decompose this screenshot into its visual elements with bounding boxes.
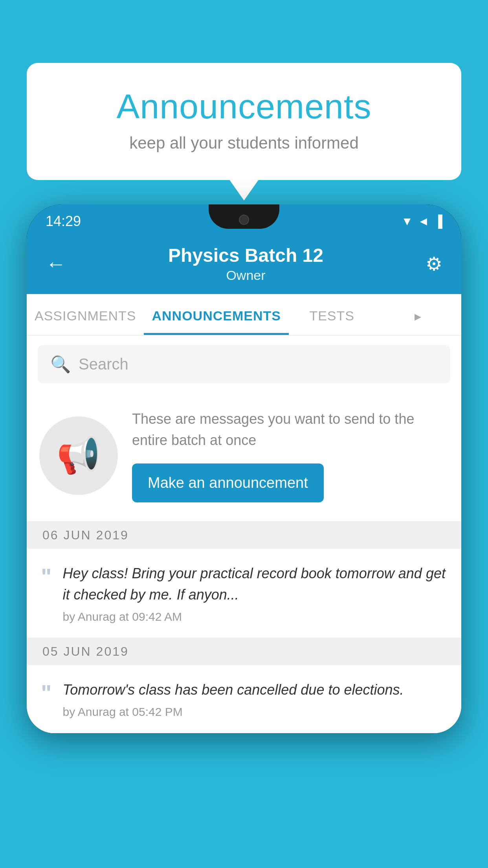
wifi-icon: ▼ (401, 215, 413, 228)
header-title: Physics Batch 12 (168, 245, 323, 266)
status-time: 14:29 (46, 213, 81, 230)
empty-state-description: These are messages you want to send to t… (132, 408, 449, 451)
empty-icon-circle: 📢 (39, 416, 118, 495)
date-separator-2: 05 JUN 2019 (27, 638, 461, 665)
tab-announcements[interactable]: ANNOUNCEMENTS (144, 294, 288, 335)
announcement-content-1: Hey class! Bring your practical record b… (63, 563, 448, 623)
quote-icon-2: " (41, 682, 52, 704)
status-icons: ▼ ◄ ▐ (401, 215, 442, 228)
search-icon: 🔍 (50, 355, 71, 374)
front-camera (239, 215, 249, 225)
announcement-text-2: Tomorrow's class has been cancelled due … (63, 679, 448, 701)
date-label-1: 06 JUN 2019 (42, 528, 129, 542)
bubble-subtitle: keep all your students informed (58, 134, 430, 153)
tab-bar: ASSIGNMENTS ANNOUNCEMENTS TESTS ▸ (27, 294, 461, 336)
phone-notch (209, 204, 279, 229)
signal-icon: ◄ (418, 215, 429, 228)
phone-frame: 14:29 ▼ ◄ ▐ ← Physics Batch 12 Owner ⚙ A… (27, 204, 461, 733)
announcement-meta-1: by Anurag at 09:42 AM (63, 610, 448, 623)
app-header: ← Physics Batch 12 Owner ⚙ (27, 235, 461, 294)
date-separator-1: 06 JUN 2019 (27, 522, 461, 549)
announcement-meta-2: by Anurag at 05:42 PM (63, 705, 448, 719)
make-announcement-button[interactable]: Make an announcement (132, 463, 324, 502)
search-container: 🔍 Search (27, 336, 461, 393)
phone-wrapper: 14:29 ▼ ◄ ▐ ← Physics Batch 12 Owner ⚙ A… (27, 204, 461, 868)
header-center: Physics Batch 12 Owner (168, 245, 323, 283)
tab-more[interactable]: ▸ (375, 294, 461, 335)
empty-state: 📢 These are messages you want to send to… (27, 393, 461, 522)
announcement-item-1[interactable]: " Hey class! Bring your practical record… (27, 549, 461, 638)
settings-button[interactable]: ⚙ (426, 253, 442, 275)
search-box[interactable]: 🔍 Search (38, 345, 450, 383)
megaphone-icon: 📢 (57, 435, 101, 476)
announcement-item-2[interactable]: " Tomorrow's class has been cancelled du… (27, 665, 461, 733)
battery-icon: ▐ (434, 215, 442, 228)
tab-tests[interactable]: TESTS (289, 294, 375, 335)
bubble-title: Announcements (58, 86, 430, 127)
tab-assignments[interactable]: ASSIGNMENTS (27, 294, 144, 335)
announcement-content-2: Tomorrow's class has been cancelled due … (63, 679, 448, 719)
announcement-text-1: Hey class! Bring your practical record b… (63, 563, 448, 605)
empty-state-right: These are messages you want to send to t… (132, 408, 449, 502)
speech-bubble-container: Announcements keep all your students inf… (27, 63, 461, 180)
header-subtitle: Owner (168, 268, 323, 283)
quote-icon-1: " (41, 565, 52, 588)
content-area: 🔍 Search 📢 These are messages you want t… (27, 336, 461, 733)
speech-bubble: Announcements keep all your students inf… (27, 63, 461, 180)
search-input-placeholder: Search (79, 355, 128, 373)
back-button[interactable]: ← (46, 252, 66, 276)
date-label-2: 05 JUN 2019 (42, 644, 129, 658)
